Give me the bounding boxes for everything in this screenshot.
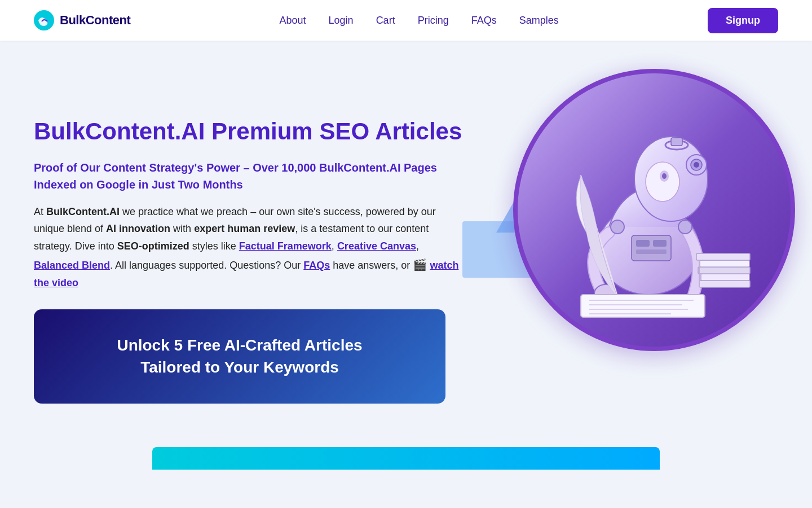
cta-text: Unlock 5 Free AI-Crafted Articles Tailor… <box>56 334 423 378</box>
svg-point-5 <box>662 173 667 179</box>
svg-rect-22 <box>696 253 750 260</box>
svg-rect-20 <box>698 267 750 274</box>
faqs-link[interactable]: FAQs <box>303 260 330 271</box>
body-mid2: with <box>170 223 194 234</box>
body-comma2: , <box>416 240 419 252</box>
svg-point-8 <box>694 162 699 168</box>
cta-line2: Tailored to Your Keywords <box>140 358 339 376</box>
body-mid4: styles like <box>189 240 239 252</box>
factual-framework-link[interactable]: Factual Framework <box>239 240 332 252</box>
svg-rect-29 <box>636 249 667 254</box>
body-bold2: expert human review <box>194 223 295 234</box>
body-intro: At <box>34 206 46 217</box>
body-mid6: have answers, or <box>330 260 413 271</box>
svg-rect-27 <box>636 240 650 247</box>
hero-section: BulkContent.AI Premium SEO Articles Proo… <box>0 41 812 470</box>
logo-icon <box>34 10 54 30</box>
hero-title: BulkContent.AI Premium SEO Articles <box>34 118 462 145</box>
svg-rect-21 <box>700 260 749 267</box>
svg-point-3 <box>646 162 679 202</box>
signup-button[interactable]: Signup <box>708 8 778 33</box>
logo-link[interactable]: BulkContent <box>34 10 130 30</box>
svg-rect-28 <box>653 240 667 247</box>
cta-line1: Unlock 5 Free AI-Crafted Articles <box>117 336 362 354</box>
balanced-blend-link[interactable]: Balanced Blend <box>34 260 110 271</box>
body-brand: BulkContent.AI <box>46 206 120 217</box>
hero-left: BulkContent.AI Premium SEO Articles Proo… <box>34 118 462 403</box>
nav-login[interactable]: Login <box>329 15 354 27</box>
robot-illustration <box>513 69 795 351</box>
body-comma: , <box>332 240 334 252</box>
svg-rect-26 <box>632 235 671 261</box>
navbar: BulkContent About Login Cart Pricing FAQ… <box>0 0 812 41</box>
svg-rect-18 <box>699 281 750 287</box>
nav-faqs[interactable]: FAQs <box>471 15 497 27</box>
hero-subtitle: Proof of Our Content Strategy's Power – … <box>34 159 462 193</box>
svg-rect-19 <box>701 274 749 281</box>
nav-samples[interactable]: Samples <box>519 15 559 27</box>
hero-right <box>513 69 812 419</box>
body-bold1: AI innovation <box>106 223 170 234</box>
nav-links: About Login Cart Pricing FAQs Samples <box>280 15 559 27</box>
body-mid5: . All languages supported. Questions? Ou… <box>110 260 303 271</box>
svg-rect-10 <box>671 138 682 146</box>
svg-point-25 <box>678 220 692 234</box>
creative-canvas-link[interactable]: Creative Canvas <box>337 240 416 252</box>
robot-svg <box>536 91 773 329</box>
cta-box: Unlock 5 Free AI-Crafted Articles Tailor… <box>34 309 445 403</box>
nav-about[interactable]: About <box>280 15 306 27</box>
body-bold3: SEO-optimized <box>117 240 189 252</box>
bottom-bar-hint <box>152 447 660 470</box>
hero-body: At BulkContent.AI we practice what we pr… <box>34 203 462 291</box>
svg-point-24 <box>611 220 624 234</box>
logo-text: BulkContent <box>60 13 130 28</box>
nav-pricing[interactable]: Pricing <box>418 15 449 27</box>
nav-cart[interactable]: Cart <box>376 15 395 27</box>
video-icon: 🎬 <box>413 259 427 271</box>
